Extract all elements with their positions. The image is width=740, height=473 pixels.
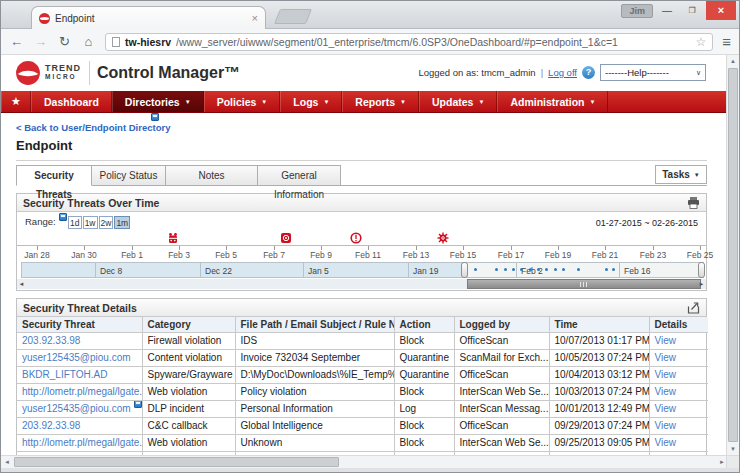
timeline-scroll-thumb[interactable] — [467, 279, 701, 289]
help-question-icon[interactable]: ? — [582, 66, 595, 79]
horizontal-scrollbar[interactable]: ◄ ► — [1, 455, 728, 468]
timeline-slider[interactable]: Dec 8 Dec 22 Jan 5 Jan 19 Feb 2 Feb 16 — [21, 262, 704, 278]
view-link[interactable]: View — [655, 420, 677, 431]
trojan-icon[interactable] — [167, 232, 179, 244]
back-icon[interactable]: ← — [9, 35, 24, 48]
threat-link[interactable]: yuser125435@piou.com — [22, 352, 131, 363]
caret-down-icon: ▼ — [400, 99, 406, 105]
view-link[interactable]: View — [655, 437, 677, 448]
nav-item-updates[interactable]: Updates▼ — [419, 91, 497, 112]
trend-favicon-icon — [39, 13, 50, 24]
vertical-scrollbar[interactable]: ▲ ▼ — [726, 55, 739, 455]
nav-item-directories[interactable]: Directories▼ — [112, 91, 204, 112]
view-link[interactable]: View — [655, 403, 677, 414]
scroll-left-icon[interactable]: ◄ — [17, 279, 26, 289]
nav-item-administration[interactable]: Administration▼ — [497, 91, 608, 112]
tab-policy-status[interactable]: Policy Status — [91, 165, 166, 185]
timeline-scrollbar[interactable]: ◄ ► — [17, 279, 706, 289]
range-info-icon[interactable] — [59, 213, 67, 221]
threat-link[interactable]: BKDR_LIFTOH.AD — [22, 369, 107, 380]
minimize-button[interactable]: — — [656, 3, 678, 19]
view-link[interactable]: View — [655, 369, 677, 380]
url-host: tw-hiesrv — [125, 36, 171, 48]
horizontal-scroll-thumb[interactable] — [14, 457, 339, 467]
view-link[interactable]: View — [655, 386, 677, 397]
browser-menu-icon[interactable]: ≡ — [722, 33, 731, 50]
col-time[interactable]: Time — [549, 317, 649, 333]
date-range-label: 01-27-2015 ~ 02-26-2015 — [596, 218, 698, 228]
nav-item-dashboard[interactable]: Dashboard — [31, 91, 112, 112]
nav-item-policies[interactable]: Policies▼ — [204, 91, 281, 112]
col-file-path[interactable]: File Path / Email Subject / Rule Name — [235, 317, 394, 333]
tab-title: Endpoint — [55, 13, 247, 24]
product-name: Control Manager™ — [97, 64, 240, 82]
threat-link[interactable]: 203.92.33.98 — [22, 420, 80, 431]
threat-link[interactable]: http://lometr.pl/megal/lgate.php... — [22, 386, 142, 397]
range-1m-button[interactable]: 1m — [114, 216, 130, 229]
scroll-right-icon[interactable]: ► — [697, 279, 706, 289]
table-header-row: Security Threat Category File Path / Ema… — [17, 317, 708, 333]
spyware-icon[interactable] — [280, 232, 292, 244]
tab-close-icon[interactable]: × — [252, 13, 258, 23]
threat-link[interactable]: http://lometr.pl/megal/lgate.php... — [22, 437, 142, 448]
new-tab-button[interactable] — [274, 9, 312, 24]
range-2w-button[interactable]: 2w — [99, 216, 114, 229]
col-details[interactable]: Details — [649, 317, 708, 333]
bookmark-star-icon[interactable]: ☆ — [695, 35, 706, 49]
maximize-button[interactable]: ❐ — [681, 3, 703, 19]
range-1w-button[interactable]: 1w — [83, 216, 98, 229]
threat-link[interactable]: yuser125435@piou.com — [22, 403, 131, 414]
slider-handle-right[interactable] — [698, 262, 705, 278]
info-popup-icon[interactable] — [134, 401, 142, 409]
nav-item-logs[interactable]: Logs▼ — [280, 91, 342, 112]
help-dropdown[interactable]: -------Help------- ∨ — [600, 64, 706, 81]
range-1d-button[interactable]: 1d — [68, 216, 82, 229]
tab-general-information[interactable]: General Information — [257, 165, 341, 185]
col-action[interactable]: Action — [394, 317, 454, 333]
view-link[interactable]: View — [655, 335, 677, 346]
export-icon[interactable] — [687, 302, 700, 314]
home-icon[interactable]: ⌂ — [81, 35, 96, 48]
scroll-left-icon[interactable]: ◄ — [1, 456, 13, 468]
product-header: TREND MICRO Control Manager™ Logged on a… — [1, 55, 728, 91]
scrollbar-corner — [726, 455, 739, 468]
scroll-down-icon[interactable]: ▼ — [727, 443, 739, 455]
tab-notes[interactable]: Notes — [165, 165, 258, 185]
view-link[interactable]: View — [655, 352, 677, 363]
range-label: Range: — [25, 216, 56, 227]
threat-details-table: Security Threat Category File Path / Ema… — [17, 317, 708, 455]
vertical-scroll-thumb[interactable] — [728, 68, 738, 442]
profile-button[interactable]: Jim — [621, 4, 653, 18]
print-icon[interactable] — [687, 197, 700, 209]
tab-security-threats[interactable]: Security Threats — [16, 165, 92, 186]
slider-handle-left[interactable] — [461, 262, 468, 278]
caret-down-icon: ▼ — [185, 99, 191, 105]
over-time-title: Security Threats Over Time — [23, 197, 159, 209]
forward-icon[interactable]: → — [33, 35, 48, 48]
back-to-directory-link[interactable]: < Back to User/Endpoint Directory — [16, 122, 170, 133]
col-category[interactable]: Category — [142, 317, 235, 333]
info-popup-icon[interactable] — [151, 113, 159, 121]
time-axis: Jan 28 Jan 30 Feb 1 Feb 3 Feb 5 Feb 7 Fe… — [17, 245, 706, 259]
caret-down-icon: ▼ — [694, 172, 700, 178]
header-divider — [89, 61, 90, 85]
reload-icon[interactable]: ↻ — [57, 35, 72, 48]
virus-icon[interactable] — [437, 232, 449, 244]
alert-icon[interactable] — [350, 232, 362, 244]
favorites-star-nav[interactable]: ★ — [1, 91, 31, 112]
log-off-link[interactable]: Log off — [548, 67, 577, 78]
col-security-threat[interactable]: Security Threat — [17, 317, 142, 333]
url-bar[interactable]: tw-hiesrv /www_server/uiwww/segment/01_e… — [105, 33, 713, 51]
page-content: TREND MICRO Control Manager™ Logged on a… — [1, 55, 728, 455]
tasks-button[interactable]: Tasks▼ — [655, 165, 707, 184]
scroll-up-icon[interactable]: ▲ — [727, 55, 739, 67]
nav-item-reports[interactable]: Reports▼ — [342, 91, 419, 112]
window-controls: Jim — ❐ × — [621, 1, 736, 20]
details-title: Security Threat Details — [23, 302, 137, 314]
threat-link[interactable]: 203.92.33.98 — [22, 335, 80, 346]
table-row: BKDR_LIFTOH.AD Spyware/Grayware D:\MyDoc… — [17, 367, 708, 384]
col-logged-by[interactable]: Logged by — [454, 317, 549, 333]
close-button[interactable]: × — [706, 1, 736, 20]
browser-tab[interactable]: Endpoint × — [31, 6, 266, 29]
caret-down-icon: ▼ — [478, 99, 484, 105]
